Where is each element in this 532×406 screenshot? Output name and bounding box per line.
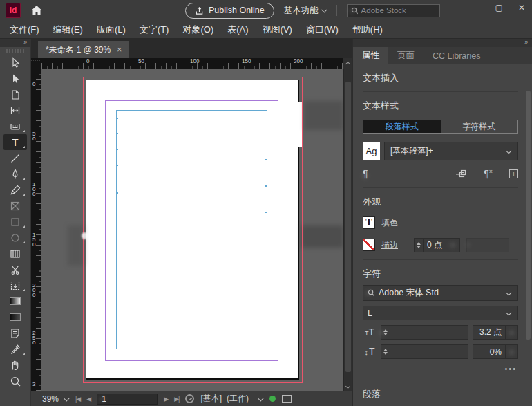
panel-tab-页面[interactable]: 页面: [388, 47, 424, 64]
chevron-down-icon: [321, 7, 327, 12]
previous-page-button[interactable]: ◀: [86, 396, 91, 403]
minimize-button[interactable]: –: [475, 3, 480, 12]
ruler-origin[interactable]: [31, 58, 41, 69]
horizontal-ruler[interactable]: 050100150200: [41, 58, 343, 69]
style-type-switch: 段落样式 字符样式: [363, 120, 518, 134]
publish-online-button[interactable]: Publish Online: [185, 3, 274, 19]
font-style-dropdown[interactable]: L: [363, 306, 518, 320]
zoom-level[interactable]: 39%: [42, 394, 59, 404]
rectangle-frame-tool[interactable]: [3, 198, 27, 214]
note-tool[interactable]: [3, 325, 27, 341]
pencil-tool[interactable]: [3, 182, 27, 198]
chevron-down-icon: [509, 330, 513, 334]
horizontal-grid-tool[interactable]: [3, 246, 27, 261]
menu-item-1[interactable]: 编辑(E): [46, 24, 90, 36]
font-size-field[interactable]: [381, 325, 468, 340]
menu-item-7[interactable]: 窗口(W): [299, 24, 345, 36]
next-page-button[interactable]: ▶: [164, 396, 168, 403]
panel-tab-属性[interactable]: 属性: [353, 47, 388, 64]
adobe-stock-search-input[interactable]: Adobe Stock: [347, 4, 440, 17]
last-page-button[interactable]: ▶|: [174, 396, 179, 403]
scale-field[interactable]: [381, 344, 468, 359]
first-page-button[interactable]: |◀: [75, 396, 80, 403]
text-frame[interactable]: [116, 110, 267, 349]
menu-item-5[interactable]: 表(A): [220, 24, 255, 36]
stroke-style-dropdown[interactable]: [466, 238, 509, 252]
tracking-field[interactable]: 0%: [473, 344, 518, 359]
ruler-tick-label: 2 5 0: [32, 331, 35, 345]
stroke-color-swatch[interactable]: [363, 239, 375, 251]
character-styles-tab[interactable]: 字符样式: [441, 120, 518, 133]
load-styles-icon[interactable]: [455, 169, 467, 179]
menu-item-4[interactable]: 对象(O): [175, 24, 220, 36]
pen-tool[interactable]: [3, 166, 27, 182]
tools-panel: » T: [0, 39, 31, 406]
chevron-down-icon: [506, 310, 511, 315]
clear-overrides-icon[interactable]: ¶×: [484, 168, 493, 179]
panel-tab-bar: 属性页面CC Libraries: [353, 47, 532, 64]
stroke-label[interactable]: 描边: [381, 239, 398, 251]
menu-item-8[interactable]: 帮助(H): [345, 24, 390, 36]
menu-item-0[interactable]: 文件(F): [3, 24, 46, 36]
home-icon[interactable]: [30, 5, 43, 16]
gap-tool[interactable]: [3, 102, 27, 118]
menu-item-2[interactable]: 版面(L): [90, 24, 133, 36]
preflight-menu-icon[interactable]: [258, 396, 263, 401]
canvas-pasteboard[interactable]: [41, 69, 343, 391]
menu-item-6[interactable]: 视图(V): [256, 24, 299, 36]
ruler-tick-label: 100: [190, 58, 199, 64]
tab-close-icon[interactable]: ×: [117, 45, 122, 55]
gradient-feather-tool[interactable]: [3, 309, 27, 325]
free-transform-tool[interactable]: [3, 277, 27, 293]
zoom-dropdown-icon[interactable]: [64, 396, 69, 401]
eyedropper-tool[interactable]: [3, 341, 27, 357]
page-number-field[interactable]: 1: [97, 394, 158, 405]
more-options-button[interactable]: •••: [363, 365, 517, 373]
paragraph-styles-tab[interactable]: 段落样式: [363, 120, 441, 133]
close-button[interactable]: ✕: [518, 3, 525, 12]
workspace-switcher[interactable]: 基本功能: [284, 5, 327, 17]
selection-tool[interactable]: [3, 55, 27, 71]
tools-grip[interactable]: [6, 49, 24, 53]
gradient-tool[interactable]: [3, 293, 27, 309]
zoom-tool[interactable]: [3, 373, 27, 389]
panel-tab-CC Libraries[interactable]: CC Libraries: [424, 47, 489, 64]
scroll-down-icon[interactable]: [345, 384, 350, 389]
ruler-tick-label: 50: [138, 58, 144, 64]
panel-scrollbar-thumb[interactable]: [526, 91, 531, 340]
scissors-tool[interactable]: [3, 261, 27, 277]
preflight-profile[interactable]: [基本]: [200, 393, 222, 405]
scrollbar-thumb[interactable]: [345, 82, 351, 372]
paragraph-style-dropdown[interactable]: [基本段落]+: [384, 142, 518, 160]
canvas-vertical-scrollbar[interactable]: [343, 69, 352, 391]
overlapping-white-frame[interactable]: [277, 102, 302, 147]
rectangle-tool[interactable]: [3, 214, 27, 230]
tools-collapse-button[interactable]: »: [0, 39, 30, 47]
font-size-icon: TT: [363, 328, 377, 337]
fill-label[interactable]: 填色: [381, 217, 398, 229]
document-tab[interactable]: *未命名-1 @ 39% ×: [38, 41, 129, 58]
type-tool[interactable]: T: [3, 134, 27, 150]
create-style-icon[interactable]: +: [509, 169, 518, 178]
hand-tool[interactable]: [3, 357, 27, 373]
stroke-weight-stepper[interactable]: [415, 239, 424, 252]
style-preview-badge: Ag: [363, 142, 380, 160]
line-tool[interactable]: [3, 150, 27, 166]
menu-item-3[interactable]: 文字(T): [133, 24, 176, 36]
page-tool[interactable]: [3, 86, 27, 102]
indesign-window: Id Publish Online 基本功能 Adobe Stock –: [0, 0, 532, 406]
ellipse-tool[interactable]: [3, 230, 27, 246]
direct-selection-tool[interactable]: [3, 71, 27, 86]
scroll-up-icon[interactable]: [345, 61, 350, 66]
ruler-tick-label: 0: [32, 82, 35, 86]
vertical-ruler[interactable]: 05 01 0 01 5 02 0 02 5 03: [31, 69, 41, 391]
scale-stepper[interactable]: [381, 345, 390, 358]
content-collector-tool[interactable]: [3, 118, 27, 134]
maximize-button[interactable]: ▢: [495, 3, 503, 12]
leading-field[interactable]: 3.2 点: [473, 325, 518, 340]
panel-collapse-button[interactable]: »: [353, 39, 532, 47]
preflight-icon[interactable]: [185, 394, 194, 403]
stroke-weight-field[interactable]: 0 点: [414, 238, 460, 252]
font-family-dropdown[interactable]: Adobe 宋体 Std: [363, 285, 518, 301]
fill-color-swatch[interactable]: T: [363, 216, 375, 229]
